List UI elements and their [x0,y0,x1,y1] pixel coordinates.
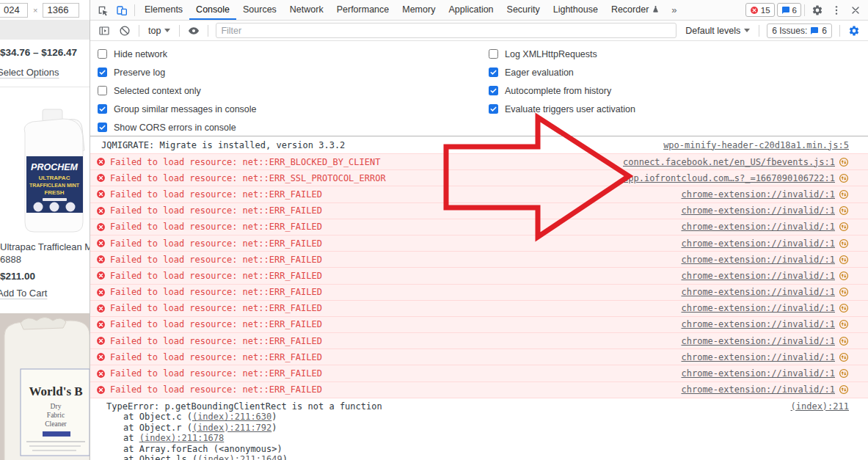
console-message-text: Failed to load resource: net::ERR_FAILED [110,238,322,249]
network-request-icon[interactable] [839,255,849,265]
product-image-jug[interactable]: PROCHEM ULTRAPAC TRAFFICLEAN MINT FRESH [0,99,90,240]
log-levels-selector[interactable]: Default levels [681,26,754,36]
checkbox[interactable] [98,67,107,77]
network-request-icon[interactable] [839,222,849,232]
console-message-text: Failed to load resource: net::ERR_FAILED [110,352,322,362]
device-dimension-bar: 024 × 1366 [0,0,90,20]
error-icon [96,238,106,248]
source-link[interactable]: chrome-extension://invalid/:1 [681,271,835,281]
console-settings-gear-icon[interactable] [845,21,864,40]
live-expression-eye-icon[interactable] [184,21,203,40]
stack-frame-link[interactable]: (index):211:1678 [139,433,225,443]
network-request-icon[interactable] [839,157,849,167]
tab-security[interactable]: Security [500,0,547,20]
tab-performance[interactable]: Performance [330,0,396,20]
product-title[interactable]: Ultrapac Trafficlean M [0,241,90,252]
console-setting-group-similar-messages-in-console[interactable]: Group similar messages in console [98,100,257,118]
source-link[interactable]: chrome-extension://invalid/:1 [681,368,835,379]
tab-memory[interactable]: Memory [395,0,442,20]
checkbox[interactable] [489,49,498,59]
console-error-row: Failed to load resource: net::ERR_FAILED… [90,365,868,381]
console-setting-selected-context-only[interactable]: Selected context only [98,81,257,100]
console-sidebar-toggle-icon[interactable] [95,21,114,40]
network-request-icon[interactable] [839,336,849,346]
select-options-link[interactable]: Select Options [0,67,59,78]
network-request-icon[interactable] [839,368,849,379]
issues-badge[interactable]: 6 Issues: 6 [767,23,832,38]
console-setting-show-cors-errors-in-console[interactable]: Show CORS errors in console [98,118,257,136]
settings-gear-icon[interactable] [808,1,827,20]
message-count-badge[interactable]: 6 [777,3,801,17]
error-count-badge[interactable]: 15 [745,3,775,17]
checkmark-icon [489,105,497,113]
network-request-icon[interactable] [839,287,849,297]
source-link[interactable]: chrome-extension://invalid/:1 [681,352,835,362]
devtools-tabs: ElementsConsoleSourcesNetworkPerformance… [138,0,666,20]
source-link[interactable]: connect.facebook.net/en_US/fbevents.js:1 [623,157,835,167]
checkbox[interactable] [98,104,107,114]
network-request-icon[interactable] [839,319,849,329]
network-request-icon[interactable] [839,189,849,200]
add-to-cart-link[interactable]: Add To Cart [0,288,47,299]
console-setting-evaluate-triggers-user-activation[interactable]: Evaluate triggers user activation [489,100,635,118]
tab-console[interactable]: Console [189,0,236,20]
checkbox[interactable] [98,49,107,59]
viewport-width-input[interactable]: 024 [0,3,28,18]
network-request-icon[interactable] [839,173,849,183]
source-link[interactable]: chrome-extension://invalid/:1 [681,319,835,329]
source-link[interactable]: chrome-extension://invalid/:1 [681,189,835,200]
console-setting-hide-network[interactable]: Hide network [98,45,257,63]
chat-icon [810,26,819,35]
tab-application[interactable]: Application [442,0,500,20]
network-request-icon[interactable] [839,238,849,249]
source-link[interactable]: chrome-extension://invalid/:1 [681,287,835,297]
source-link[interactable]: chrome-extension://invalid/:1 [681,255,835,265]
product-price-range: $34.76 – $126.47 [0,47,90,58]
stack-frame-link[interactable]: (index):211:630 [192,412,271,422]
network-request-icon[interactable] [839,271,849,281]
more-tabs-button[interactable]: » [666,4,682,15]
source-link[interactable]: chrome-extension://invalid/:1 [681,384,835,395]
error-icon [96,206,106,216]
checkbox[interactable] [489,86,498,95]
trace-source-link[interactable]: (index):211 [791,401,849,412]
source-link[interactable]: wpo-minify-header-c20d18a1.min.js:5 [663,140,849,150]
viewport-height-input[interactable]: 1366 [43,3,79,18]
source-link[interactable]: chrome-extension://invalid/:1 [681,238,835,249]
context-selector[interactable]: top [144,26,175,36]
network-request-icon[interactable] [839,303,849,313]
stack-frame-link[interactable]: (index):211:792 [192,423,271,433]
source-link[interactable]: chrome-extension://invalid/:1 [681,205,835,216]
console-setting-log-xmlhttprequests[interactable]: Log XMLHttpRequests [489,45,635,63]
console-filter-input[interactable] [216,23,676,38]
network-request-icon[interactable] [839,384,849,395]
dropdown-caret-icon [164,29,170,32]
dropdown-caret-icon [744,29,750,32]
more-options-icon[interactable] [827,1,846,20]
source-link[interactable]: app.iofrontcloud.com…s?_=1667090106722:1 [623,173,835,183]
tab-network[interactable]: Network [283,0,330,20]
console-setting-autocomplete-from-history[interactable]: Autocomplete from history [489,81,635,100]
console-error-row: Failed to load resource: net::ERR_FAILED… [90,381,868,398]
console-setting-eager-evaluation[interactable]: Eager evaluation [489,63,635,81]
checkbox[interactable] [489,67,498,77]
source-link[interactable]: chrome-extension://invalid/:1 [681,222,835,232]
source-link[interactable]: chrome-extension://invalid/:1 [681,303,835,313]
checkbox[interactable] [98,86,107,95]
product-image-pail[interactable]: World's B Dry Fabric Cleaner [0,313,90,460]
checkbox[interactable] [98,123,107,132]
console-setting-preserve-log[interactable]: Preserve log [98,63,257,81]
tab-recorder[interactable]: Recorder [605,0,666,20]
stack-frame-link[interactable]: (index):211:1649 [197,454,282,460]
network-request-icon[interactable] [839,352,849,362]
inspect-element-icon[interactable] [93,1,112,20]
tab-sources[interactable]: Sources [236,0,283,20]
close-devtools-icon[interactable] [846,1,865,20]
clear-console-icon[interactable] [115,21,134,40]
network-request-icon[interactable] [839,205,849,216]
tab-lighthouse[interactable]: Lighthouse [547,0,605,20]
device-toolbar-icon[interactable] [112,1,131,20]
checkbox[interactable] [489,104,498,114]
tab-elements[interactable]: Elements [138,0,189,20]
source-link[interactable]: chrome-extension://invalid/:1 [681,336,835,346]
